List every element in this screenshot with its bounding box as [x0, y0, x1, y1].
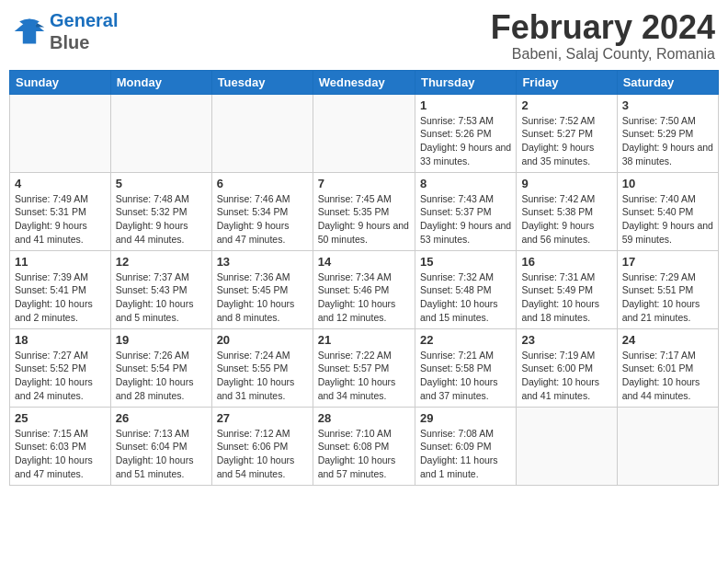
day-info: Sunrise: 7:46 AM Sunset: 5:34 PM Dayligh…	[217, 192, 308, 247]
day-number: 6	[217, 177, 308, 190]
header-day-saturday: Saturday	[617, 70, 718, 94]
day-number: 12	[116, 255, 207, 269]
day-cell: 26Sunrise: 7:13 AM Sunset: 6:04 PM Dayli…	[110, 407, 211, 485]
day-cell: 11Sunrise: 7:39 AM Sunset: 5:41 PM Dayli…	[10, 250, 111, 328]
day-cell: 14Sunrise: 7:34 AM Sunset: 5:46 PM Dayli…	[313, 250, 415, 328]
day-number: 26	[116, 411, 207, 425]
day-number: 27	[217, 411, 308, 425]
day-cell: 19Sunrise: 7:26 AM Sunset: 5:54 PM Dayli…	[110, 328, 211, 407]
week-row-5: 25Sunrise: 7:15 AM Sunset: 6:03 PM Dayli…	[10, 407, 719, 485]
day-cell: 21Sunrise: 7:22 AM Sunset: 5:57 PM Dayli…	[313, 328, 415, 407]
day-cell: 16Sunrise: 7:31 AM Sunset: 5:49 PM Dayli…	[517, 250, 617, 328]
day-info: Sunrise: 7:39 AM Sunset: 5:41 PM Dayligh…	[15, 270, 106, 325]
day-info: Sunrise: 7:21 AM Sunset: 5:58 PM Dayligh…	[420, 349, 511, 403]
day-number: 18	[15, 333, 106, 347]
day-info: Sunrise: 7:52 AM Sunset: 5:27 PM Dayligh…	[521, 114, 611, 168]
day-cell: 8Sunrise: 7:43 AM Sunset: 5:37 PM Daylig…	[415, 172, 516, 250]
day-info: Sunrise: 7:22 AM Sunset: 5:57 PM Dayligh…	[318, 349, 410, 403]
logo: General Blue	[13, 9, 118, 53]
day-info: Sunrise: 7:12 AM Sunset: 6:06 PM Dayligh…	[217, 427, 308, 481]
day-cell: 9Sunrise: 7:42 AM Sunset: 5:38 PM Daylig…	[517, 172, 617, 250]
day-info: Sunrise: 7:13 AM Sunset: 6:04 PM Dayligh…	[116, 427, 207, 481]
day-cell	[10, 94, 111, 172]
day-cell: 5Sunrise: 7:48 AM Sunset: 5:32 PM Daylig…	[110, 172, 211, 250]
day-info: Sunrise: 7:10 AM Sunset: 6:08 PM Dayligh…	[318, 427, 410, 481]
day-number: 9	[521, 177, 611, 190]
calendar-header: SundayMondayTuesdayWednesdayThursdayFrid…	[10, 70, 719, 94]
day-cell: 18Sunrise: 7:27 AM Sunset: 5:52 PM Dayli…	[10, 328, 111, 407]
day-cell: 10Sunrise: 7:40 AM Sunset: 5:40 PM Dayli…	[617, 172, 718, 250]
day-info: Sunrise: 7:40 AM Sunset: 5:40 PM Dayligh…	[622, 192, 713, 247]
day-cell: 7Sunrise: 7:45 AM Sunset: 5:35 PM Daylig…	[313, 172, 415, 250]
day-number: 21	[318, 333, 410, 347]
header-day-thursday: Thursday	[415, 70, 516, 94]
week-row-1: 1Sunrise: 7:53 AM Sunset: 5:26 PM Daylig…	[10, 94, 719, 172]
day-number: 25	[15, 411, 106, 425]
day-info: Sunrise: 7:27 AM Sunset: 5:52 PM Dayligh…	[15, 349, 106, 403]
day-info: Sunrise: 7:29 AM Sunset: 5:51 PM Dayligh…	[622, 270, 713, 325]
day-cell: 24Sunrise: 7:17 AM Sunset: 6:01 PM Dayli…	[617, 328, 718, 407]
day-info: Sunrise: 7:15 AM Sunset: 6:03 PM Dayligh…	[15, 427, 106, 481]
day-info: Sunrise: 7:26 AM Sunset: 5:54 PM Dayligh…	[116, 349, 207, 403]
day-cell	[110, 94, 211, 172]
day-info: Sunrise: 7:43 AM Sunset: 5:37 PM Dayligh…	[420, 192, 511, 247]
calendar-title: February 2024	[491, 9, 715, 46]
calendar-subtitle: Babeni, Salaj County, Romania	[491, 46, 715, 63]
day-cell: 2Sunrise: 7:52 AM Sunset: 5:27 PM Daylig…	[517, 94, 617, 172]
day-cell: 27Sunrise: 7:12 AM Sunset: 6:06 PM Dayli…	[211, 407, 313, 485]
day-info: Sunrise: 7:53 AM Sunset: 5:26 PM Dayligh…	[420, 114, 511, 168]
day-info: Sunrise: 7:50 AM Sunset: 5:29 PM Dayligh…	[622, 114, 713, 168]
day-cell: 13Sunrise: 7:36 AM Sunset: 5:45 PM Dayli…	[211, 250, 313, 328]
week-row-3: 11Sunrise: 7:39 AM Sunset: 5:41 PM Dayli…	[10, 250, 719, 328]
day-info: Sunrise: 7:17 AM Sunset: 6:01 PM Dayligh…	[622, 349, 713, 403]
day-info: Sunrise: 7:49 AM Sunset: 5:31 PM Dayligh…	[15, 192, 106, 247]
day-cell	[517, 407, 617, 485]
day-number: 2	[521, 98, 611, 112]
day-number: 20	[217, 333, 308, 347]
day-cell: 29Sunrise: 7:08 AM Sunset: 6:09 PM Dayli…	[415, 407, 516, 485]
header-day-sunday: Sunday	[10, 70, 111, 94]
day-number: 14	[318, 255, 410, 269]
day-info: Sunrise: 7:34 AM Sunset: 5:46 PM Dayligh…	[318, 270, 410, 325]
day-cell	[617, 407, 718, 485]
day-info: Sunrise: 7:48 AM Sunset: 5:32 PM Dayligh…	[116, 192, 207, 247]
calendar-body: 1Sunrise: 7:53 AM Sunset: 5:26 PM Daylig…	[10, 94, 719, 485]
day-info: Sunrise: 7:37 AM Sunset: 5:43 PM Dayligh…	[116, 270, 207, 325]
day-number: 24	[622, 333, 713, 347]
day-cell	[211, 94, 313, 172]
day-number: 10	[622, 177, 713, 190]
header-day-monday: Monday	[110, 70, 211, 94]
day-cell: 15Sunrise: 7:32 AM Sunset: 5:48 PM Dayli…	[415, 250, 516, 328]
day-cell: 28Sunrise: 7:10 AM Sunset: 6:08 PM Dayli…	[313, 407, 415, 485]
day-info: Sunrise: 7:36 AM Sunset: 5:45 PM Dayligh…	[217, 270, 308, 325]
day-number: 29	[420, 411, 511, 425]
logo-text: General Blue	[50, 9, 118, 53]
day-info: Sunrise: 7:08 AM Sunset: 6:09 PM Dayligh…	[420, 427, 511, 481]
day-number: 23	[521, 333, 611, 347]
day-info: Sunrise: 7:24 AM Sunset: 5:55 PM Dayligh…	[217, 349, 308, 403]
day-number: 22	[420, 333, 511, 347]
day-cell	[313, 94, 415, 172]
day-cell: 12Sunrise: 7:37 AM Sunset: 5:43 PM Dayli…	[110, 250, 211, 328]
day-info: Sunrise: 7:19 AM Sunset: 6:00 PM Dayligh…	[521, 349, 611, 403]
header-day-tuesday: Tuesday	[211, 70, 313, 94]
day-number: 13	[217, 255, 308, 269]
week-row-4: 18Sunrise: 7:27 AM Sunset: 5:52 PM Dayli…	[10, 328, 719, 407]
day-number: 28	[318, 411, 410, 425]
header-day-friday: Friday	[517, 70, 617, 94]
day-info: Sunrise: 7:31 AM Sunset: 5:49 PM Dayligh…	[521, 270, 611, 325]
day-number: 3	[622, 98, 713, 112]
calendar-table: SundayMondayTuesdayWednesdayThursdayFrid…	[9, 70, 719, 486]
day-cell: 25Sunrise: 7:15 AM Sunset: 6:03 PM Dayli…	[10, 407, 111, 485]
day-cell: 4Sunrise: 7:49 AM Sunset: 5:31 PM Daylig…	[10, 172, 111, 250]
day-cell: 3Sunrise: 7:50 AM Sunset: 5:29 PM Daylig…	[617, 94, 718, 172]
day-number: 5	[116, 177, 207, 190]
day-number: 7	[318, 177, 410, 190]
logo-icon	[13, 15, 46, 48]
day-cell: 22Sunrise: 7:21 AM Sunset: 5:58 PM Dayli…	[415, 328, 516, 407]
week-row-2: 4Sunrise: 7:49 AM Sunset: 5:31 PM Daylig…	[10, 172, 719, 250]
day-cell: 20Sunrise: 7:24 AM Sunset: 5:55 PM Dayli…	[211, 328, 313, 407]
header-day-wednesday: Wednesday	[313, 70, 415, 94]
day-number: 19	[116, 333, 207, 347]
day-info: Sunrise: 7:45 AM Sunset: 5:35 PM Dayligh…	[318, 192, 410, 247]
